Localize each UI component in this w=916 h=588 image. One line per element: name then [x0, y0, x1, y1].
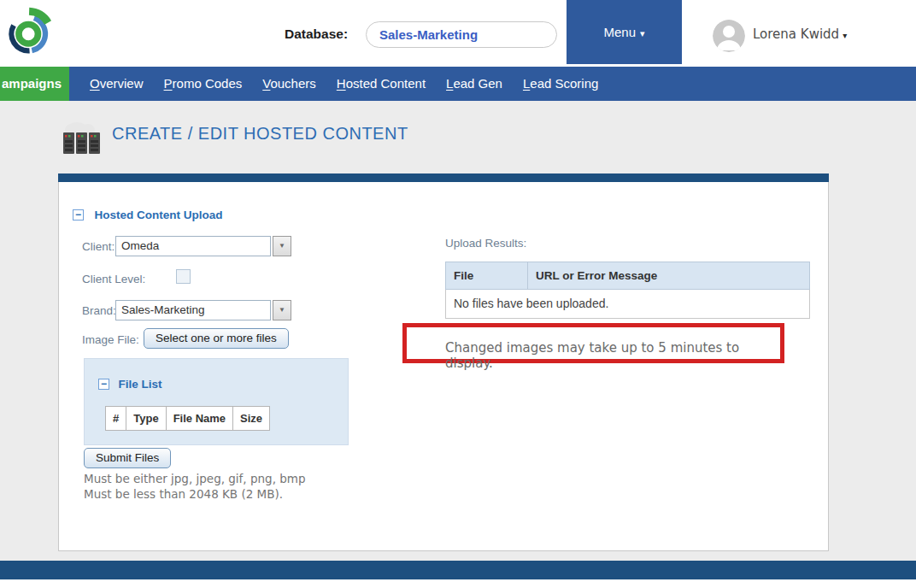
nav-items: Overview Promo Codes Vouchers Hosted Con…: [79, 67, 608, 101]
upload-results-col-file: File: [446, 262, 528, 289]
nav-item-hosted-content[interactable]: Hosted Content: [326, 67, 436, 101]
client-input[interactable]: Omeda: [115, 236, 271, 256]
dropdown-arrow-icon: ▼: [279, 306, 285, 314]
file-list-col-type: Type: [126, 407, 166, 431]
nav-item-lead-scoring[interactable]: Lead Scoring: [513, 67, 608, 101]
client-level-label: Client Level:: [82, 273, 145, 285]
select-files-button[interactable]: Select one or more files: [144, 328, 289, 349]
panel-top-bar: [58, 173, 829, 182]
submit-files-button[interactable]: Submit Files: [84, 448, 171, 468]
nav-item-vouchers[interactable]: Vouchers: [252, 67, 326, 101]
brand-input[interactable]: Sales-Marketing: [115, 300, 271, 320]
collapse-minus-icon[interactable]: −: [73, 209, 84, 220]
page-title: CREATE / EDIT HOSTED CONTENT: [112, 124, 408, 144]
user-avatar[interactable]: [713, 20, 745, 52]
file-list-header: − File List: [98, 376, 161, 391]
user-menu[interactable]: Lorena Kwidd▾: [753, 26, 847, 42]
upload-section-title: Hosted Content Upload: [94, 209, 222, 221]
client-label: Client:: [82, 240, 114, 253]
panel-body: − Hosted Content Upload Client: Omeda ▼ …: [58, 182, 829, 551]
menu-button-label: Menu: [603, 25, 636, 39]
upload-section-header: − Hosted Content Upload: [73, 207, 222, 222]
file-list-box: − File List # Type File Name Size: [84, 358, 349, 445]
file-list-table: # Type File Name Size: [105, 406, 270, 431]
menu-button[interactable]: Menu▾: [567, 0, 682, 64]
upload-results-table: File URL or Error Message No files have …: [445, 262, 810, 319]
brand-label: Brand:: [82, 304, 116, 317]
client-level-checkbox[interactable]: [176, 269, 191, 284]
database-selector[interactable]: Sales-Marketing: [366, 21, 557, 48]
brand-dropdown-button[interactable]: ▼: [273, 300, 291, 320]
caret-down-icon: ▾: [640, 28, 645, 38]
user-name: Lorena Kwidd: [753, 26, 839, 42]
nav-item-overview[interactable]: Overview: [79, 67, 154, 101]
requirement-text-2: Must be less than 2048 KB (2 MB).: [84, 487, 283, 501]
upload-results-label: Upload Results:: [445, 237, 526, 250]
file-list-col-filename: File Name: [166, 407, 232, 431]
collapse-minus-icon[interactable]: −: [98, 379, 109, 390]
requirement-text-1: Must be either jpg, jpeg, gif, png, bmp: [84, 472, 306, 485]
footer-bar: [0, 561, 916, 579]
caret-down-icon: ▾: [843, 31, 847, 40]
image-file-label: Image File:: [82, 333, 139, 346]
annotation-red-box: Changed images may take up to 5 minutes …: [402, 323, 784, 363]
dropdown-arrow-icon: ▼: [279, 242, 285, 250]
nav-item-promo-codes[interactable]: Promo Codes: [154, 67, 253, 101]
nav-tab-campaigns[interactable]: ampaigns: [0, 67, 69, 101]
file-list-title: File List: [118, 378, 161, 391]
upload-results-col-url: URL or Error Message: [528, 262, 657, 289]
main-nav: ampaigns Overview Promo Codes Vouchers H…: [0, 67, 916, 101]
client-dropdown-button[interactable]: ▼: [273, 236, 291, 256]
hosted-content-icon: [62, 120, 101, 156]
omeda-logo-icon[interactable]: [7, 3, 53, 60]
file-list-col-size: Size: [233, 407, 270, 431]
app-header: Database: Sales-Marketing Menu▾ Lorena K…: [0, 0, 916, 67]
file-list-col-number: #: [106, 407, 126, 431]
upload-note-text: Changed images may take up to 5 minutes …: [407, 327, 780, 371]
content-panel: − Hosted Content Upload Client: Omeda ▼ …: [58, 173, 829, 551]
nav-item-lead-gen[interactable]: Lead Gen: [436, 67, 513, 101]
upload-results-empty-row: No files have been uploaded.: [445, 290, 810, 319]
upload-results-header-row: File URL or Error Message: [445, 262, 810, 290]
database-label: Database:: [285, 26, 348, 42]
